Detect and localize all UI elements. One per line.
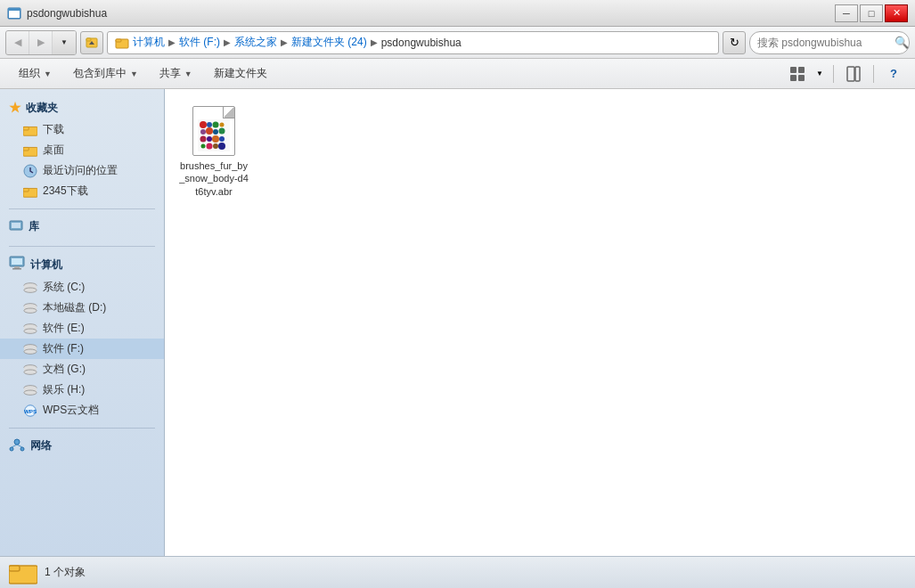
title-bar: psdongwubishua ─ □ ✕ (0, 0, 915, 27)
sidebar-favorites-section: ★ 收藏夹 下载 桌面 最近访问的位置 (0, 96, 164, 201)
sidebar-computer-header[interactable]: 计算机 (0, 252, 164, 277)
title-bar-left: psdongwubishua (7, 6, 107, 20)
svg-rect-1 (9, 11, 20, 18)
toolbar-sep (833, 65, 834, 83)
svg-point-68 (218, 143, 225, 150)
view-icon (789, 66, 805, 82)
desktop-folder-icon (23, 143, 37, 158)
new-folder-button[interactable]: 新建文件夹 (204, 62, 277, 86)
sidebar-item-f-drive[interactable]: 软件 (F:) (0, 339, 164, 359)
sidebar-item-recent[interactable]: 最近访问的位置 (0, 160, 164, 181)
svg-rect-70 (9, 566, 20, 571)
svg-point-49 (20, 447, 24, 451)
window-title: psdongwubishua (27, 7, 107, 20)
sidebar-item-d-drive[interactable]: 本地磁盘 (D:) (0, 298, 164, 318)
path-computer[interactable]: 计算机 (133, 35, 165, 50)
minimize-button[interactable]: ─ (835, 4, 858, 22)
g-drive-icon (23, 363, 37, 377)
sidebar-divider-3 (9, 428, 155, 429)
desktop-label: 桌面 (43, 143, 64, 158)
path-software-f[interactable]: 软件 (F:) (179, 35, 220, 50)
path-sep-3: ▶ (281, 37, 288, 47)
maximize-button[interactable]: □ (860, 4, 883, 22)
sidebar-item-c-drive[interactable]: 系统 (C:) (0, 277, 164, 298)
path-sep-1: ▶ (168, 37, 176, 47)
library-icon (9, 218, 23, 235)
wps-icon: WPS (23, 404, 37, 418)
sidebar-item-download[interactable]: 下载 (0, 119, 164, 140)
svg-point-35 (24, 329, 37, 333)
c-drive-icon (23, 281, 37, 295)
svg-point-60 (219, 128, 225, 135)
computer-icon (9, 256, 25, 274)
help-label: ? (890, 67, 897, 80)
svg-text:WPS: WPS (24, 407, 37, 413)
svg-point-41 (24, 370, 37, 374)
svg-point-61 (200, 136, 207, 143)
close-button[interactable]: ✕ (885, 4, 908, 22)
organize-button[interactable]: 组织 ▼ (9, 62, 61, 86)
svg-rect-26 (12, 268, 21, 270)
2345-folder-icon (23, 184, 37, 199)
svg-rect-20 (23, 188, 29, 192)
toolbar: 组织 ▼ 包含到库中 ▼ 共享 ▼ 新建文件夹 ▼ (0, 59, 915, 89)
address-path[interactable]: 计算机 ▶ 软件 (F:) ▶ 系统之家 ▶ 新建文件夹 (24) ▶ psdo… (107, 31, 719, 54)
wps-label: WPS云文档 (43, 403, 99, 418)
sidebar-computer-section: 计算机 系统 (C:) 本地磁盘 (D:) 软件 (E:) (0, 252, 164, 421)
svg-rect-24 (12, 258, 22, 265)
view-dropdown-button[interactable]: ▼ (813, 62, 826, 86)
d-drive-icon (23, 301, 37, 315)
content-area[interactable]: brushes_fur_by_snow_body-d4t6tyv.abr (165, 89, 915, 556)
sidebar-item-2345[interactable]: 2345下载 (0, 181, 164, 201)
svg-point-63 (212, 135, 219, 143)
download-folder-icon (23, 123, 37, 137)
view-toggle-button[interactable] (785, 62, 810, 86)
file-item-abr[interactable]: brushes_fur_by_snow_body-d4t6tyv.abr (174, 98, 254, 178)
e-drive-icon (23, 322, 37, 336)
svg-point-32 (24, 308, 37, 313)
help-button[interactable]: ? (881, 62, 906, 86)
svg-rect-13 (855, 67, 860, 81)
sidebar-network-header[interactable]: 网络 (0, 434, 164, 458)
svg-point-57 (200, 129, 206, 135)
back-button[interactable]: ◀ (6, 31, 29, 54)
forward-button[interactable]: ▶ (29, 31, 53, 54)
svg-point-56 (220, 123, 225, 127)
library-button[interactable]: 包含到库中 ▼ (63, 62, 148, 86)
preview-icon (846, 66, 862, 82)
sidebar-library-header[interactable]: 库 (0, 215, 164, 239)
up-button[interactable] (80, 31, 103, 54)
search-box[interactable]: 🔍 (749, 31, 910, 54)
svg-line-51 (17, 445, 22, 447)
path-systems[interactable]: 系统之家 (234, 35, 277, 50)
path-newfolder[interactable]: 新建文件夹 (24) (291, 35, 367, 50)
address-bar: ◀ ▶ ▼ 计算机 ▶ 软件 (F:) ▶ 系统之家 ▶ 新建文件夹 (24) … (0, 27, 915, 59)
abr-preview (198, 119, 230, 151)
new-folder-label: 新建文件夹 (214, 66, 267, 81)
path-current: psdongwubishua (381, 37, 462, 49)
share-button[interactable]: 共享 ▼ (150, 62, 202, 86)
svg-rect-17 (23, 147, 29, 151)
status-count: 1 个对象 (45, 565, 86, 580)
recent-button[interactable]: ▼ (53, 31, 76, 54)
sidebar-favorites-header[interactable]: ★ 收藏夹 (0, 96, 164, 119)
preview-button[interactable] (841, 62, 866, 86)
recent-icon (23, 164, 37, 178)
network-header-label: 网络 (30, 438, 52, 453)
window-icon (7, 6, 21, 20)
c-drive-label: 系统 (C:) (43, 280, 85, 295)
svg-rect-25 (14, 266, 20, 268)
sidebar-item-wps[interactable]: WPS WPS云文档 (0, 400, 164, 421)
h-drive-icon (23, 383, 37, 397)
sidebar-item-g-drive[interactable]: 文档 (G:) (0, 359, 164, 380)
sidebar-item-desktop[interactable]: 桌面 (0, 140, 164, 160)
sidebar-item-e-drive[interactable]: 软件 (E:) (0, 318, 164, 339)
svg-point-62 (207, 136, 212, 142)
sidebar-item-h-drive[interactable]: 娱乐 (H:) (0, 380, 164, 400)
refresh-button[interactable]: ↻ (723, 31, 746, 54)
organize-dropdown-icon: ▼ (44, 69, 52, 78)
e-drive-label: 软件 (E:) (43, 321, 85, 336)
library-header-label: 库 (29, 219, 39, 234)
search-input[interactable] (757, 37, 891, 49)
svg-point-47 (14, 439, 20, 445)
